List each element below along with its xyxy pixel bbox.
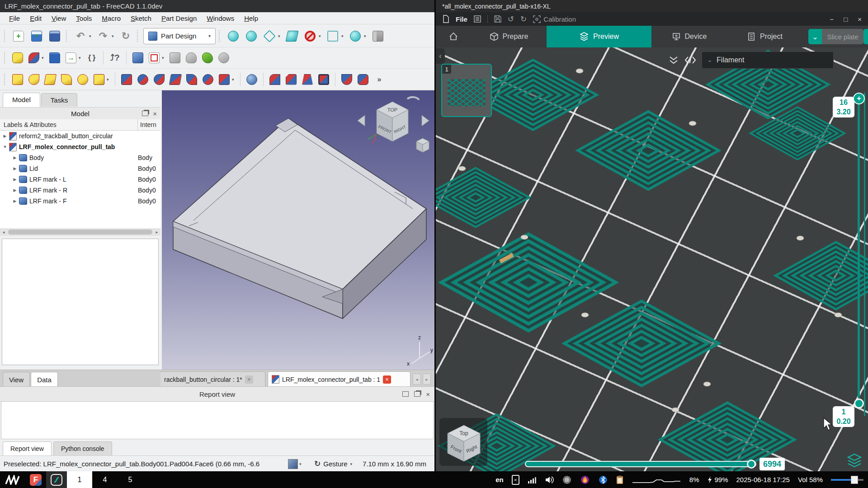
boolean-button[interactable] xyxy=(245,72,259,87)
close-button[interactable]: × xyxy=(858,15,862,23)
expand-caret-icon[interactable]: ▶ xyxy=(12,199,18,203)
sketch-dropdown[interactable]: ▾ xyxy=(162,56,166,60)
toolbar-grip[interactable] xyxy=(219,30,222,42)
volume-slider-knob[interactable] xyxy=(851,476,858,484)
tab-prepare[interactable]: Prepare xyxy=(471,26,547,47)
mdi-tab-lrf-molex[interactable]: LRF_molex_connector_pull_tab : 1 × xyxy=(268,371,410,387)
menu-part-design[interactable]: Part Design xyxy=(157,13,201,23)
save-icon[interactable] xyxy=(494,15,501,23)
navcube-top-label[interactable]: TOP xyxy=(387,107,397,113)
chamfer-button[interactable] xyxy=(284,72,298,87)
pattern-button[interactable] xyxy=(356,72,370,87)
undo-button[interactable]: ↶ xyxy=(72,28,89,44)
menu-help[interactable]: Help xyxy=(240,13,263,23)
tree-horizontal-scrollbar[interactable]: ◂ ▸ xyxy=(0,228,160,236)
create-group-button[interactable] xyxy=(47,51,62,65)
move-slider-track[interactable] xyxy=(525,461,756,467)
groove-button[interactable] xyxy=(152,72,166,87)
report-view-content[interactable] xyxy=(1,401,434,439)
edit-sketch-button[interactable] xyxy=(168,51,182,65)
minimize-button[interactable]: − xyxy=(830,15,834,23)
sliced-object[interactable] xyxy=(578,112,719,189)
scroll-left-icon[interactable]: ◂ xyxy=(0,230,7,235)
subtractive-helix-button[interactable] xyxy=(201,72,215,87)
workspace-1[interactable]: 1 xyxy=(67,471,92,488)
language-indicator[interactable]: en xyxy=(495,476,504,483)
file-menu[interactable]: File xyxy=(456,15,467,23)
zoom-button[interactable] xyxy=(347,28,363,44)
menu-sketch[interactable]: Sketch xyxy=(126,13,156,23)
float-panel-icon[interactable] xyxy=(142,111,148,116)
expand-caret-icon[interactable]: ▶ xyxy=(12,177,18,182)
slice-dropdown-button[interactable]: ⌄ xyxy=(808,29,822,44)
fit-selection-button[interactable] xyxy=(243,28,259,44)
new-file-button[interactable]: + xyxy=(10,28,27,44)
expand-caret-icon[interactable]: ▶ xyxy=(12,188,18,192)
toolbar-overflow-button[interactable]: » xyxy=(372,72,387,87)
nav-rotate-icon[interactable] xyxy=(407,97,419,100)
hole-button[interactable] xyxy=(136,72,150,87)
expand-caret-icon[interactable]: ▶ xyxy=(2,134,8,138)
filament-selector[interactable]: ⌄ Filament xyxy=(702,52,834,69)
maximize-button[interactable]: □ xyxy=(844,15,848,23)
navigation-style-selector[interactable]: ↻ Gesture ▾ xyxy=(314,459,352,469)
input-method-icon[interactable]: × xyxy=(512,475,519,485)
menu-view[interactable]: View xyxy=(47,13,71,23)
tree-item-lrf-mark-r[interactable]: ▶ LRF mark - R Body0 xyxy=(0,185,160,196)
create-sketch-button[interactable] xyxy=(147,51,161,65)
layer-slider-handle[interactable] xyxy=(854,399,864,408)
gcode-icon[interactable] xyxy=(684,56,696,65)
export-button[interactable]: → xyxy=(64,51,78,65)
mirrored-button[interactable] xyxy=(340,72,354,87)
plate-thumbnail[interactable]: 1 xyxy=(441,64,492,117)
wm-logo-icon[interactable] xyxy=(0,471,25,488)
additive-pipe-button[interactable] xyxy=(59,72,74,87)
bluetooth-icon[interactable] xyxy=(598,475,608,485)
sidebar-collapse-handle[interactable]: ‹ xyxy=(436,48,445,64)
tab-view[interactable]: View xyxy=(3,372,30,387)
mdi-scroll-right-icon[interactable]: ▸ xyxy=(423,374,431,385)
tab-model[interactable]: Model xyxy=(3,93,40,107)
menu-tools[interactable]: Tools xyxy=(71,13,96,23)
box-selection-button[interactable] xyxy=(325,28,341,44)
tab-home[interactable] xyxy=(436,26,471,47)
print-dropdown-sliver[interactable] xyxy=(863,29,868,44)
additive-primitive-dropdown[interactable]: ▾ xyxy=(107,77,111,82)
freecad-3d-viewport[interactable]: TOP FRONT RIGHT z y x xyxy=(162,90,434,370)
tab-report-view[interactable]: Report view xyxy=(3,441,52,455)
sliced-object[interactable] xyxy=(441,234,616,331)
viewpoint-sketch-button[interactable] xyxy=(184,51,198,65)
tab-tasks[interactable]: Tasks xyxy=(41,93,77,107)
undo-dropdown[interactable]: ▾ xyxy=(89,34,93,38)
taskbar-slicer-icon[interactable] xyxy=(46,471,67,488)
open-file-button[interactable]: ↗ xyxy=(28,28,45,44)
preview-viewport[interactable]: ‹ 1 ⌄ Filament xyxy=(436,47,868,471)
expand-layers-icon[interactable] xyxy=(668,55,679,65)
subtractive-primitive-button[interactable] xyxy=(217,72,231,87)
workspace-4[interactable]: 4 xyxy=(92,471,118,488)
slice-plate-button[interactable]: Slice plate xyxy=(822,29,863,44)
scroll-right-icon[interactable]: ▸ xyxy=(153,230,160,235)
additive-primitive-button[interactable] xyxy=(92,72,106,87)
mdi-scroll-left-icon[interactable]: ◂ xyxy=(413,374,421,385)
clipping-dropdown[interactable]: ▾ xyxy=(319,34,323,38)
thickness-button[interactable] xyxy=(316,72,331,87)
close-tab-icon[interactable]: × xyxy=(383,375,391,384)
pad-button[interactable] xyxy=(10,72,25,87)
section-view-button[interactable] xyxy=(284,28,300,44)
move-slider-handle[interactable] xyxy=(747,460,756,469)
tab-python-console[interactable]: Python console xyxy=(53,441,112,455)
tab-data[interactable]: Data xyxy=(31,372,58,387)
tab-device[interactable]: Device xyxy=(651,26,727,47)
box-selection-dropdown[interactable]: ▾ xyxy=(341,34,345,38)
map-sketch-button[interactable] xyxy=(200,51,215,65)
toolbar-grip[interactable] xyxy=(137,30,140,42)
subtractive-pipe-button[interactable] xyxy=(184,72,199,87)
toolbar-grip[interactable] xyxy=(66,30,69,42)
nav-arrow-right-icon[interactable] xyxy=(422,115,429,126)
collapse-caret-icon[interactable]: ▼ xyxy=(2,145,8,149)
menu-edit[interactable]: Edit xyxy=(25,13,46,23)
sliced-object[interactable] xyxy=(775,242,868,309)
network-signal-icon[interactable] xyxy=(528,476,537,484)
dock-panel-icon[interactable] xyxy=(402,391,409,397)
